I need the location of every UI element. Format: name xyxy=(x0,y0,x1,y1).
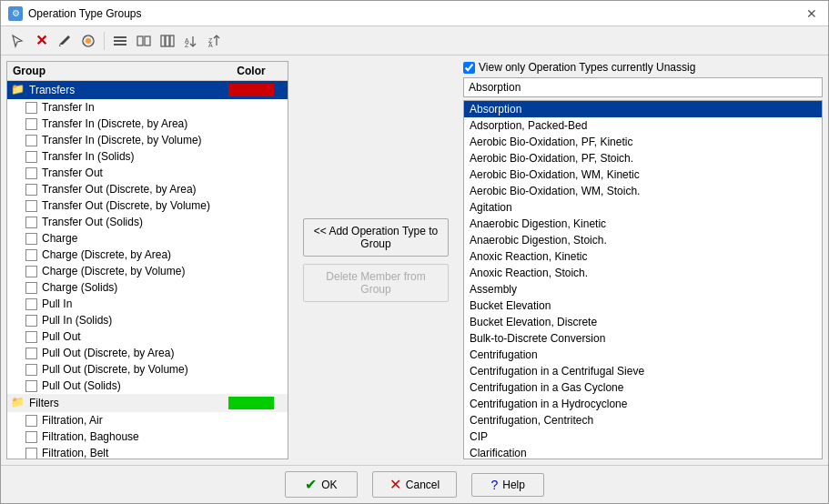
member-checkbox[interactable] xyxy=(25,380,37,392)
member-checkbox[interactable] xyxy=(25,167,37,179)
member-checkbox[interactable] xyxy=(25,298,37,310)
list-item[interactable]: Centrifugation in a Hydrocyclone xyxy=(464,396,822,412)
list-item[interactable]: Transfer Out (Discrete, by Area) xyxy=(7,181,288,197)
list-item[interactable]: Charge (Discrete, by Area) xyxy=(7,247,288,263)
member-checkbox[interactable] xyxy=(25,102,37,114)
list-item[interactable]: Filtration, Baghouse xyxy=(7,428,288,445)
list-item[interactable]: Transfer In xyxy=(7,99,288,116)
svg-rect-9 xyxy=(170,35,174,46)
list-item[interactable]: Bucket Elevation, Discrete xyxy=(464,314,822,330)
member-checkbox[interactable] xyxy=(25,315,37,327)
unassigned-filter-label[interactable]: View only Operation Types currently Unas… xyxy=(463,61,695,74)
list-item[interactable]: Transfer In (Solids) xyxy=(7,148,288,165)
list-item[interactable]: Aerobic Bio-Oxidation, PF, Stoich. xyxy=(464,150,822,166)
member-checkbox[interactable] xyxy=(25,118,37,130)
help-button[interactable]: ? Help xyxy=(471,473,544,497)
list-item[interactable]: Anoxic Reaction, Kinetic xyxy=(464,248,822,265)
toolbar: ✕ AZ ZA xyxy=(1,26,828,55)
list-item[interactable]: Transfer Out xyxy=(7,165,288,181)
member-checkbox[interactable] xyxy=(25,135,37,146)
help-icon: ? xyxy=(490,478,498,492)
member-checkbox[interactable] xyxy=(25,282,37,294)
list-item[interactable]: Charge xyxy=(7,230,288,247)
list-item[interactable]: Charge (Discrete, by Volume) xyxy=(7,263,288,279)
group-row-filters[interactable]: 📁 Filters xyxy=(7,394,288,412)
list-item[interactable]: Assembly xyxy=(464,281,822,297)
list-item[interactable]: CIP xyxy=(464,428,822,445)
sort-za-btn[interactable]: ZA xyxy=(204,30,226,52)
member-checkbox[interactable] xyxy=(25,415,37,427)
cols-btn2[interactable] xyxy=(133,30,155,52)
list-item[interactable]: Aerobic Bio-Oxidation, PF, Kinetic xyxy=(464,134,822,150)
group-name-transfers: Transfers xyxy=(29,84,218,96)
list-item[interactable]: Transfer In (Discrete, by Area) xyxy=(7,116,288,132)
member-checkbox[interactable] xyxy=(25,348,37,359)
list-item[interactable]: Anaerobic Digestion, Kinetic xyxy=(464,216,822,232)
list-item[interactable]: Pull In (Solids) xyxy=(7,312,288,328)
list-item[interactable]: Agitation xyxy=(464,199,822,216)
list-item[interactable]: Pull Out xyxy=(7,328,288,345)
member-checkbox[interactable] xyxy=(25,249,37,261)
list-item[interactable]: Centrifugation xyxy=(464,347,822,363)
search-input[interactable] xyxy=(463,77,823,97)
close-button[interactable]: ✕ xyxy=(803,5,821,22)
list-item[interactable]: Charge (Solids) xyxy=(7,279,288,296)
color-swatch-transfers xyxy=(228,84,274,96)
ok-button[interactable]: ✔ OK xyxy=(285,471,358,498)
cols-btn3[interactable] xyxy=(157,30,178,52)
svg-rect-7 xyxy=(161,35,165,46)
color-swatch-filters xyxy=(228,397,274,409)
list-item[interactable]: Bucket Elevation xyxy=(464,297,822,314)
list-item[interactable]: Aerobic Bio-Oxidation, WM, Stoich. xyxy=(464,183,822,199)
list-item[interactable]: Transfer Out (Solids) xyxy=(7,214,288,230)
list-item[interactable]: Clarification xyxy=(464,445,822,459)
delete-member-btn: Delete Member from Group xyxy=(303,264,449,302)
delete-toolbar-btn[interactable]: ✕ xyxy=(30,30,52,52)
color-cell-transfers xyxy=(218,84,284,96)
sort-az-btn[interactable]: AZ xyxy=(180,30,202,52)
member-checkbox[interactable] xyxy=(25,217,37,228)
member-checkbox[interactable] xyxy=(25,266,37,277)
right-top-bar: View only Operation Types currently Unas… xyxy=(463,61,823,74)
list-item[interactable]: Adsorption, Packed-Bed xyxy=(464,117,822,134)
list-item[interactable]: Centrifugation in a Gas Cyclone xyxy=(464,379,822,396)
add-operation-type-btn[interactable]: << Add Operation Type to Group xyxy=(303,218,449,257)
list-item[interactable]: Pull In xyxy=(7,296,288,312)
list-item[interactable]: Centrifugation in a Centrifugal Sieve xyxy=(464,363,822,379)
list-item[interactable]: Bulk-to-Discrete Conversion xyxy=(464,330,822,347)
member-checkbox[interactable] xyxy=(25,184,37,196)
member-checkbox[interactable] xyxy=(25,331,37,343)
member-checkbox[interactable] xyxy=(25,233,37,245)
member-checkbox[interactable] xyxy=(25,151,37,163)
group-row-transfers[interactable]: 📁 Transfers xyxy=(7,81,288,99)
select-tool-btn[interactable] xyxy=(6,30,28,52)
operation-type-list: Absorption Adsorption, Packed-Bed Aerobi… xyxy=(463,100,823,459)
member-checkbox[interactable] xyxy=(25,364,37,376)
list-item[interactable]: Filtration, Belt xyxy=(7,445,288,459)
cancel-button[interactable]: ✕ Cancel xyxy=(372,471,457,498)
cols-btn1[interactable] xyxy=(109,30,131,52)
member-checkbox[interactable] xyxy=(25,200,37,212)
edit-toolbar-btn[interactable] xyxy=(54,30,76,52)
list-item[interactable]: Filtration, Air xyxy=(7,412,288,428)
list-item[interactable]: Absorption xyxy=(464,101,822,117)
list-item[interactable]: Anoxic Reaction, Stoich. xyxy=(464,265,822,281)
list-item[interactable]: Aerobic Bio-Oxidation, WM, Kinetic xyxy=(464,166,822,183)
color-cell-filters xyxy=(218,397,284,409)
color-column-header: Color xyxy=(215,62,288,80)
list-item[interactable]: Pull Out (Solids) xyxy=(7,378,288,394)
list-item[interactable]: Pull Out (Discrete, by Volume) xyxy=(7,361,288,378)
list-item[interactable]: Pull Out (Discrete, by Area) xyxy=(7,345,288,361)
list-item[interactable]: Centrifugation, Centritech xyxy=(464,412,822,428)
member-checkbox[interactable] xyxy=(25,448,37,459)
svg-text:A: A xyxy=(208,42,213,48)
window-title: Operation Type Groups xyxy=(28,7,142,20)
color-toolbar-btn[interactable] xyxy=(77,30,99,52)
list-item[interactable]: Anaerobic Digestion, Stoich. xyxy=(464,232,822,248)
unassigned-filter-checkbox[interactable] xyxy=(463,62,475,74)
list-item[interactable]: Transfer In (Discrete, by Volume) xyxy=(7,132,288,148)
list-item[interactable]: Transfer Out (Discrete, by Volume) xyxy=(7,197,288,214)
ok-icon: ✔ xyxy=(305,476,317,493)
member-checkbox[interactable] xyxy=(25,431,37,443)
svg-rect-5 xyxy=(137,36,143,45)
